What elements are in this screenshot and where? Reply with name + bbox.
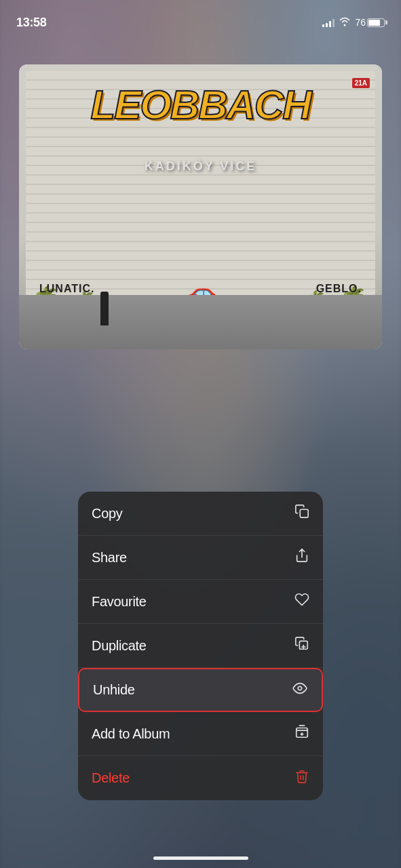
- graffiti-bottom-left: LUNATIC.: [39, 283, 94, 295]
- duplicate-label: Duplicate: [92, 638, 147, 654]
- status-bar: 13:58 76: [0, 0, 401, 37]
- main-photo: LEOBBACH KADIKÖY VICE 🌴 🌴 🌴 🌴 🚗 LUNATIC.…: [19, 64, 382, 349]
- trash-icon: [294, 769, 309, 788]
- menu-item-unhide[interactable]: Unhide: [78, 668, 323, 712]
- unhide-label: Unhide: [93, 682, 135, 698]
- album-icon: [294, 724, 309, 743]
- duplicate-icon: [294, 636, 309, 655]
- menu-item-favourite[interactable]: Favourite: [78, 580, 323, 624]
- svg-rect-0: [300, 509, 308, 517]
- heart-icon: [294, 592, 309, 611]
- menu-item-add-to-album[interactable]: Add to Album: [78, 712, 323, 756]
- menu-item-share[interactable]: Share: [78, 536, 323, 580]
- menu-item-delete[interactable]: Delete: [78, 756, 323, 800]
- context-menu: Copy Share Favourite Duplicate: [78, 492, 323, 800]
- signal-bars-icon: [322, 18, 335, 27]
- battery-indicator: 76: [355, 17, 385, 28]
- graffiti-bottom-right: GEBLO.: [316, 283, 362, 295]
- battery-icon: [367, 18, 385, 27]
- status-icons: 76: [322, 17, 385, 28]
- share-icon: [294, 548, 309, 567]
- street-number: 21A: [352, 78, 370, 88]
- menu-item-copy[interactable]: Copy: [78, 492, 323, 536]
- graffiti-main-text: LEOBBACH: [19, 85, 382, 125]
- favourite-label: Favourite: [92, 594, 147, 610]
- home-indicator: [153, 856, 248, 860]
- svg-point-5: [298, 686, 302, 690]
- copy-icon: [294, 504, 309, 523]
- menu-item-duplicate[interactable]: Duplicate: [78, 624, 323, 668]
- graffiti-subtitle: KADIKÖY VICE: [19, 159, 382, 174]
- add-to-album-label: Add to Album: [92, 726, 170, 742]
- battery-percentage: 76: [355, 17, 366, 28]
- delete-label: Delete: [92, 770, 130, 786]
- copy-label: Copy: [92, 506, 123, 521]
- bollard: [100, 292, 109, 326]
- sidewalk: [19, 295, 382, 349]
- status-time: 13:58: [16, 16, 47, 30]
- share-label: Share: [92, 550, 127, 566]
- wifi-icon: [339, 17, 351, 28]
- eye-icon: [292, 681, 308, 700]
